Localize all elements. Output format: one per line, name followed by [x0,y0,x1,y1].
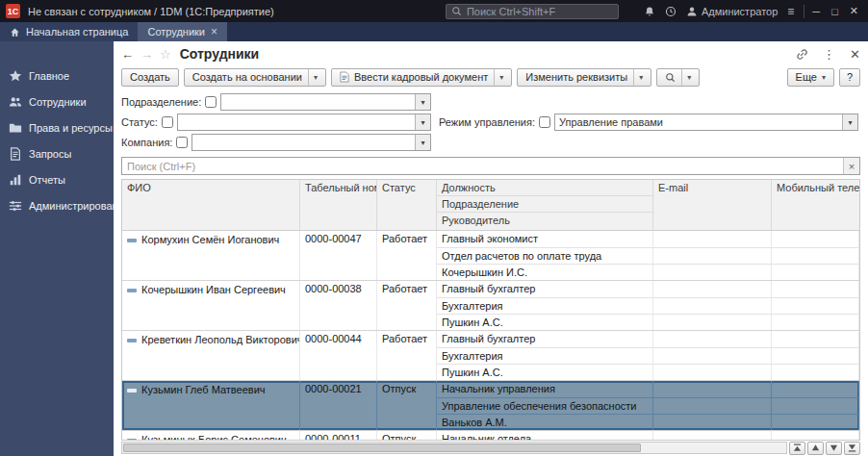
sidebar-item-main[interactable]: Главное [0,63,114,89]
tab-close-icon[interactable]: × [211,26,217,38]
employee-icon [127,437,137,440]
table-row-selected[interactable]: Кузьмин Глеб Матвеевич 0000-00021 Отпуск… [122,381,859,431]
scroll-down-button[interactable] [826,442,842,455]
filter-label: Статус: [121,116,158,128]
create-based-on-button[interactable]: Создать на основании▾ [184,68,326,87]
forward-button[interactable]: → [140,47,153,62]
sidebar-item-rights-resources[interactable]: Права и ресурсы [0,114,114,140]
tab-home-page[interactable]: Начальная страница [0,22,138,41]
employee-department: Управление обеспечения безопасности [437,397,652,414]
sidebar-item-employees[interactable]: Сотрудники [0,89,114,114]
employee-department: Бухгалтерия [437,347,652,364]
sidebar-item-label: Права и ресурсы [29,122,113,134]
horizontal-scrollbar[interactable] [121,442,787,454]
filter-label: Подразделение: [121,96,201,108]
sidebar-item-requests[interactable]: Запросы [0,140,114,166]
column-header-email[interactable]: E-mail [653,180,772,230]
list-toolbar: Создать Создать на основании▾ Ввести кад… [114,64,868,89]
employee-position: Главный бухгалтер [437,331,652,347]
create-button[interactable]: Создать [121,68,179,87]
back-button[interactable]: ← [121,47,134,62]
column-header-status[interactable]: Статус [377,180,437,230]
scroll-up-button[interactable] [807,442,824,455]
chevron-down-icon[interactable]: ▾ [415,114,430,130]
table-row[interactable]: Креветкин Леопольд Викторович 0000-00044… [122,331,859,381]
dropdown-caret-icon[interactable]: ▾ [681,69,691,86]
notifications-bell-icon[interactable] [644,6,655,17]
combo-value [192,135,415,150]
tab-employees[interactable]: Сотрудники × [138,22,227,41]
table-row[interactable]: Кузьминых Борис Семенович 0000-00011 Отп… [122,431,859,440]
employee-name: Кузьминых Борис Семенович [141,434,287,440]
employee-icon [127,237,137,244]
sidebar-item-label: Администрирование [29,200,114,212]
favorite-star-icon[interactable]: ☆ [160,47,171,62]
sidebar: Главное Сотрудники Права и ресурсы Запро… [0,41,114,456]
employee-name: Кормухин Семён Иоганович [141,234,279,245]
search-tool-button[interactable]: ▾ [656,68,700,87]
scrollbar-thumb[interactable] [123,443,641,452]
app-logo-icon: 1С [6,4,20,18]
table-row[interactable]: Кочерышкин Иван Сергеевич 0000-00038 Раб… [122,281,859,331]
column-header-number[interactable]: Табельный номер [300,180,377,230]
scroll-to-top-button[interactable] [789,442,805,455]
dropdown-caret-icon: ▾ [822,73,826,82]
management-mode-checkbox[interactable] [539,116,550,128]
sidebar-item-label: Запросы [29,148,71,160]
department-filter-checkbox[interactable] [205,96,217,108]
chevron-down-icon[interactable]: ▾ [415,94,430,110]
minimize-button[interactable]: ─ [812,6,820,17]
employee-name: Кочерышкин Иван Сергеевич [141,284,286,295]
table-row[interactable]: Кормухин Семён Иоганович 0000-00047 Рабо… [122,231,859,281]
sidebar-item-administration[interactable]: Администрирование [0,192,114,218]
column-header-fio[interactable]: ФИО [122,180,300,230]
employee-phone [772,381,859,430]
titlebar-divider [804,5,804,18]
company-combo[interactable]: ▾ [191,134,431,151]
employee-email [653,381,772,430]
dropdown-caret-icon[interactable]: ▾ [308,69,318,86]
close-form-icon[interactable]: ✕ [850,47,860,62]
help-button[interactable]: ? [839,68,860,87]
list-search-input[interactable] [121,157,860,175]
management-mode-combo[interactable]: Управление правами ▾ [554,114,858,131]
employee-manager: Пушкин А.С. [437,314,652,330]
window-title: Не связан с сотрудником / 1DM (1С:Предпр… [28,6,274,17]
chevron-down-icon[interactable]: ▾ [842,114,857,130]
get-link-icon[interactable] [796,48,808,61]
user-menu[interactable]: Администратор [686,6,778,17]
combo-value [221,94,415,110]
history-clock-icon[interactable] [665,6,677,17]
dropdown-caret-icon[interactable]: ▾ [494,69,503,86]
clear-search-icon[interactable]: × [843,158,859,174]
global-search-input[interactable]: Поиск Ctrl+Shift+F [446,4,619,19]
filter-status: Статус: ▾ [121,114,431,131]
employee-position: Главный экономист [437,231,652,247]
hr-document-button[interactable]: Ввести кадровый документ▾ [331,68,512,87]
dropdown-caret-icon[interactable]: ▾ [633,69,643,86]
main-menu-icon[interactable]: ≡ [787,5,794,18]
more-menu-icon[interactable]: ⋮ [823,47,835,62]
filter-label: Компания: [121,137,172,148]
company-filter-checkbox[interactable] [176,137,188,148]
sidebar-item-reports[interactable]: Отчеты [0,166,114,192]
tab-label: Сотрудники [147,26,205,38]
status-combo[interactable]: ▾ [177,114,431,131]
maximize-button[interactable]: □ [831,6,838,17]
close-button[interactable]: ✕ [850,5,858,17]
search-icon [665,72,676,83]
edit-attributes-button[interactable]: Изменить реквизиты▾ [517,68,651,87]
employee-number: 0000-00038 [300,281,377,330]
tab-label: Начальная страница [26,26,128,38]
employee-department: Отдел расчетов по оплате труда [437,247,652,264]
combo-value [178,114,415,130]
employee-phone [772,231,859,280]
combo-value: Управление правами [555,114,842,130]
status-filter-checkbox[interactable] [162,116,173,128]
column-header-phone[interactable]: Мобильный телефон [772,180,859,230]
column-header-position[interactable]: Должность Подразделение Руководитель [437,180,653,230]
department-combo[interactable]: ▾ [220,93,431,111]
scroll-to-bottom-button[interactable] [844,442,860,455]
chevron-down-icon[interactable]: ▾ [415,135,430,150]
more-actions-button[interactable]: Еще▾ [787,68,834,87]
